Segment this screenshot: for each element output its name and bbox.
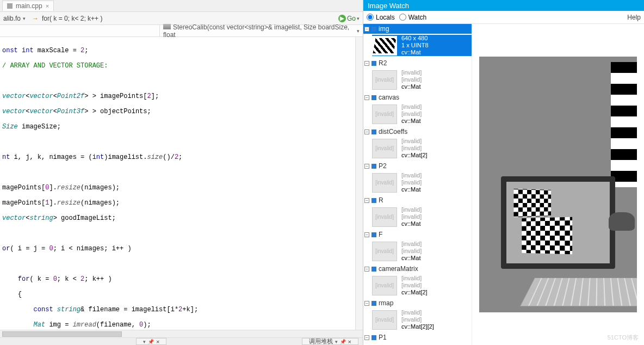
nav-project-dropdown[interactable] <box>0 25 160 36</box>
thumbnail: [invalid] <box>372 276 397 295</box>
expand-icon[interactable]: − <box>364 61 369 66</box>
variable-name: cameraMatrix <box>379 265 418 273</box>
arrow-icon: → <box>32 15 39 22</box>
tabstrip: main.cpp × <box>0 0 363 12</box>
type-icon <box>371 130 376 134</box>
chevron-down-icon: ▾ <box>143 339 146 344</box>
expand-icon[interactable]: − <box>364 232 369 237</box>
expand-icon[interactable]: − <box>364 301 369 306</box>
thumbnail: [invalid] <box>372 207 397 227</box>
expand-icon[interactable]: − <box>364 335 369 340</box>
variable-item[interactable]: −R[invalid][invalid][invalid]cv::Mat <box>363 195 472 227</box>
crumb-scope[interactable]: → for( k = 0; k< 2; k++ ) <box>29 14 106 23</box>
variable-meta: [invalid][invalid]cv::Mat <box>401 172 422 193</box>
expand-icon[interactable]: − <box>364 27 369 32</box>
bottom-toolstrip: ▾📌× 调用堆栈 ▾📌× <box>0 337 363 345</box>
pin-icon: 📌 <box>340 339 346 344</box>
thumbtack-icon <box>7 3 13 9</box>
thumbnail: [invalid] <box>372 310 397 330</box>
minimap[interactable] <box>355 37 363 330</box>
variable-meta: [invalid][invalid]cv::Mat[2] <box>401 138 428 159</box>
close-icon[interactable]: × <box>46 3 49 9</box>
variable-name: F <box>379 231 382 238</box>
variable-name: canvas <box>379 94 399 101</box>
go-button[interactable]: ▶ Go ▾ <box>338 15 360 22</box>
expand-icon[interactable]: − <box>364 267 369 272</box>
radio-locals[interactable] <box>367 14 374 21</box>
variable-name: R2 <box>379 59 387 67</box>
type-icon <box>371 95 376 100</box>
nav-function-dropdown[interactable]: StereoCalib(const vector<string>& imagel… <box>160 25 363 36</box>
expand-icon[interactable]: − <box>364 130 369 134</box>
variable-meta: [invalid][invalid]cv::Mat <box>401 69 422 90</box>
thumbnail: [invalid] <box>372 104 397 124</box>
variable-meta: [invalid][invalid]cv::Mat <box>401 241 422 262</box>
variable-meta: [invalid][invalid]cv::Mat[2] <box>401 275 428 296</box>
type-icon <box>371 335 376 340</box>
expand-icon[interactable]: − <box>364 95 369 100</box>
variable-item[interactable]: −img640 x 4801 x UINT8cv::Mat <box>363 24 472 56</box>
type-icon <box>371 232 376 237</box>
variable-name: P1 <box>379 334 387 341</box>
image-watch-toolbar: Locals Watch Help <box>363 11 644 24</box>
mode-locals-radio[interactable]: Locals <box>367 14 395 21</box>
expand-icon[interactable]: − <box>364 198 369 203</box>
crumb-file[interactable]: alib.fo▾ <box>0 14 29 23</box>
variable-item[interactable]: −F[invalid][invalid][invalid]cv::Mat <box>363 230 472 262</box>
file-tab-main[interactable]: main.cpp × <box>2 1 54 11</box>
type-icon <box>371 198 376 203</box>
thumbnail: [invalid] <box>372 242 397 261</box>
chevron-down-icon: ▾ <box>23 16 26 21</box>
thumbnail: [invalid] <box>372 139 397 158</box>
type-icon <box>371 164 376 169</box>
variable-name: P2 <box>379 162 387 170</box>
scrollbar-thumb[interactable] <box>2 331 122 337</box>
thumbnail[interactable] <box>372 36 397 56</box>
chevron-down-icon: ▾ <box>335 339 338 344</box>
type-icon <box>371 61 376 66</box>
variable-list[interactable]: −img640 x 4801 x UINT8cv::Mat−R2[invalid… <box>363 24 472 345</box>
navigation-bar: StereoCalib(const vector<string>& imagel… <box>0 25 363 37</box>
variable-item[interactable]: −rmap[invalid][invalid][invalid]cv::Mat[… <box>363 298 472 330</box>
variable-item[interactable]: −canvas[invalid][invalid][invalid]cv::Ma… <box>363 93 472 125</box>
mode-watch-radio[interactable]: Watch <box>399 14 427 21</box>
expand-icon[interactable]: − <box>364 164 369 169</box>
variable-meta: [invalid][invalid]cv::Mat <box>401 103 422 125</box>
variable-item[interactable]: −distCoeffs[invalid][invalid][invalid]cv… <box>363 127 472 159</box>
variable-meta: 640 x 4801 x UINT8cv::Mat <box>401 35 429 56</box>
chevron-down-icon[interactable]: ▾ <box>357 16 360 21</box>
function-icon <box>163 24 171 29</box>
thumbnail: [invalid] <box>372 70 397 90</box>
variable-name: distCoeffs <box>379 128 407 135</box>
variable-meta: [invalid][invalid]cv::Mat <box>401 206 422 227</box>
preview-image <box>479 57 637 312</box>
tab-filename: main.cpp <box>16 2 42 10</box>
code-editor[interactable]: onst int maxScale = 2; / ARRAY AND VECTO… <box>0 37 363 330</box>
variable-item[interactable]: −P2[invalid][invalid][invalid]cv::Mat <box>363 161 472 193</box>
type-icon <box>371 27 376 32</box>
thumbnail: [invalid] <box>372 173 397 193</box>
variable-item[interactable]: −R2[invalid][invalid][invalid]cv::Mat <box>363 58 472 90</box>
variable-item[interactable]: −P1 <box>363 332 472 342</box>
image-watch-title: Image Watch <box>363 0 644 11</box>
type-icon <box>371 301 376 306</box>
output-pane-tab[interactable]: ▾📌× <box>136 338 166 345</box>
callstack-pane-tab[interactable]: 调用堆栈 ▾📌× <box>302 338 358 345</box>
variable-name: img <box>379 25 389 33</box>
watermark: 51CTO博客 <box>608 334 639 342</box>
variable-name: rmap <box>379 299 393 307</box>
variable-item[interactable]: −cameraMatrix[invalid][invalid][invalid]… <box>363 264 472 296</box>
type-icon <box>371 267 376 272</box>
variable-meta: [invalid][invalid]cv::Mat[2][2] <box>401 309 434 330</box>
chevron-down-icon: ▾ <box>357 28 360 34</box>
play-icon: ▶ <box>338 15 346 22</box>
variable-name: R <box>379 196 383 204</box>
radio-watch[interactable] <box>399 14 406 21</box>
horizontal-scrollbar[interactable] <box>0 330 363 337</box>
help-link[interactable]: Help <box>627 14 641 21</box>
image-preview[interactable]: 51CTO博客 <box>472 24 644 345</box>
pin-icon: 📌 <box>148 339 154 344</box>
